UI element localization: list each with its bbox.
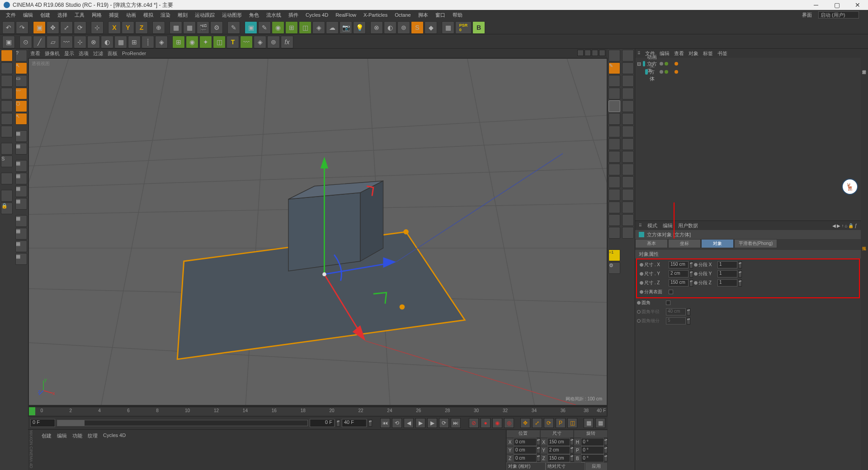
snap-poly[interactable]: ▱ (47, 36, 59, 48)
spinner[interactable]: ▴▾ (537, 454, 540, 461)
nav-up-icon[interactable]: ↑ (841, 223, 844, 228)
rtool2[interactable] (622, 189, 634, 201)
coord-x-size[interactable]: 150 cm (547, 438, 571, 446)
vp-menu-item[interactable]: 查看 (30, 50, 40, 57)
rtool[interactable] (609, 202, 620, 213)
snap-midpoint[interactable]: ◐ (101, 36, 113, 48)
fillet-checkbox[interactable] (666, 301, 670, 305)
viewport-solo-button[interactable] (1, 173, 13, 184)
coord-y-pos[interactable]: 0 cm (514, 446, 537, 454)
rtool2[interactable] (622, 126, 634, 137)
snap-spline[interactable]: 〰 (60, 36, 73, 48)
tool-lasso[interactable]: 〰 (15, 88, 27, 99)
tool-mesh3[interactable]: ▦ (15, 185, 27, 197)
xp-emitter-button[interactable]: ◐ (384, 21, 396, 34)
tree-row[interactable]: ⊟ 动画立方体 (637, 60, 859, 68)
rtool2[interactable] (622, 164, 634, 175)
tool-grid6[interactable]: ▦ (15, 253, 27, 265)
render-settings-button[interactable]: ⚙ (210, 21, 223, 34)
prop-radio[interactable] (637, 301, 641, 305)
rtool[interactable] (609, 50, 620, 61)
rotate-tool[interactable]: ⟳ (74, 21, 86, 34)
vp-nav-icon[interactable] (592, 50, 598, 56)
axis-mode-button[interactable] (1, 143, 13, 155)
model-mode-button[interactable] (1, 62, 13, 74)
prop-radio[interactable] (694, 263, 698, 267)
prev-frame-button[interactable]: ◀ (404, 418, 414, 428)
tool-grid1[interactable]: ▦ (15, 130, 27, 142)
spinner[interactable]: ▴▾ (368, 419, 372, 427)
frame-end-input[interactable]: 40 F (342, 419, 367, 427)
rtool2[interactable] (622, 202, 634, 213)
rtool-gear[interactable]: ⚙ (609, 262, 620, 274)
menu-item[interactable]: 雕刻 (174, 12, 191, 19)
spinner[interactable]: ▴▾ (570, 438, 574, 445)
select-tool[interactable]: ▣ (33, 21, 46, 34)
vp-menu-item[interactable]: 选项 (79, 50, 89, 57)
size-z-input[interactable]: 150 cm (669, 279, 689, 287)
coord-b-rot[interactable]: 0 ° (581, 454, 604, 462)
edit-render-button[interactable]: ✎ (227, 21, 240, 34)
mograph-cloner[interactable]: ⊞ (172, 36, 185, 48)
menu-item[interactable]: 角色 (245, 12, 263, 19)
mograph-fracture[interactable]: ✦ (199, 36, 212, 48)
spinner[interactable]: ▴▾ (570, 446, 574, 453)
menu-item[interactable]: X-Particles (360, 12, 391, 18)
nav-fwd-icon[interactable]: ▶ (837, 223, 840, 228)
tool-mesh4[interactable]: ▦ (15, 198, 27, 210)
mat-tab[interactable]: 功能 (72, 432, 82, 439)
rtool[interactable] (609, 227, 620, 239)
coord-h-rot[interactable]: 0 ° (581, 438, 604, 446)
spinner[interactable]: ▴▾ (537, 446, 540, 453)
maximize-button[interactable]: ▢ (826, 0, 847, 10)
recent-tool[interactable]: ⊹ (91, 21, 104, 34)
rtool2[interactable] (622, 100, 634, 112)
rtool[interactable] (609, 176, 620, 188)
point-mode-button[interactable] (1, 100, 13, 112)
attr-menu-item[interactable]: 用户数据 (678, 222, 698, 229)
coord-z-size[interactable]: 150 cm (547, 454, 571, 462)
axis-z-button[interactable]: Z (135, 21, 148, 34)
vp-nav-icon[interactable] (585, 50, 591, 56)
layout-dropdown[interactable]: 启动 (用户) (818, 11, 859, 19)
frame-cur-input[interactable]: 0 F (310, 419, 335, 427)
nav-lock-icon[interactable]: 🔒 (848, 223, 854, 228)
tool-mesh1[interactable]: ▦ (15, 160, 27, 172)
menu-item[interactable]: 选择 (54, 12, 71, 19)
step-back-button[interactable]: ⟲ (392, 418, 402, 428)
coord-mode-size[interactable]: 绝对尺寸 (546, 462, 585, 470)
snap-enable-button[interactable] (1, 190, 13, 202)
tool-rect[interactable]: ▭ (15, 75, 27, 87)
menu-item[interactable]: 动画 (123, 12, 140, 19)
timeline-ruler[interactable]: 0 2 4 6 8 10 12 14 16 18 20 22 24 26 28 … (29, 407, 607, 416)
playhead[interactable] (29, 407, 35, 415)
vp-menu-item[interactable]: 过滤 (93, 50, 103, 57)
tool-grid3[interactable]: ▦ (15, 215, 27, 227)
key-pla-button[interactable]: ◫ (567, 418, 577, 428)
coord-x-pos[interactable]: 0 cm (514, 438, 537, 446)
menu-item[interactable]: 流水线 (263, 12, 285, 19)
rtool[interactable] (609, 151, 620, 163)
undo-button[interactable]: ↶ (2, 21, 15, 34)
rtool[interactable] (609, 214, 620, 226)
light-button[interactable]: 💡 (353, 21, 366, 34)
autokey-button[interactable]: ● (481, 418, 491, 428)
rtool2[interactable] (622, 62, 634, 74)
key-rot-button[interactable]: ⟳ (544, 418, 554, 428)
lock-button[interactable]: 🔒 (1, 202, 13, 214)
xp-button[interactable]: ⊗ (370, 21, 383, 34)
tool-cursor[interactable]: ↖ (15, 62, 27, 74)
spinner[interactable]: ▴▾ (738, 270, 742, 277)
nav-home-icon[interactable]: ⌂ (844, 223, 847, 228)
array-button[interactable]: ⊞ (285, 21, 298, 34)
spinner[interactable]: ▴▾ (604, 438, 608, 445)
mograph-fx[interactable]: fx (281, 36, 293, 48)
snap-intersect[interactable]: ⊗ (87, 36, 100, 48)
spinner[interactable]: ▴▾ (738, 279, 742, 287)
om-tab[interactable]: 对象 (689, 50, 698, 57)
attr-menu-item[interactable]: 编辑 (663, 222, 673, 229)
om-tab[interactable]: 查看 (674, 50, 684, 57)
scale-tool[interactable]: ⤢ (60, 21, 73, 34)
om-tab[interactable]: 书签 (717, 50, 727, 57)
tree-row[interactable]: 立方体 (637, 68, 859, 76)
